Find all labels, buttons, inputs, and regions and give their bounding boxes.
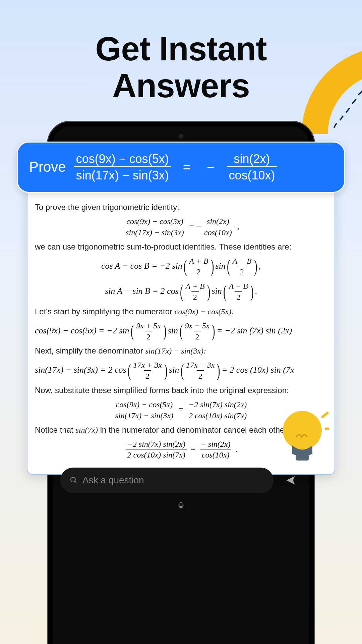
identity-1: cos A − cos B = −2 sin (A + B2) sin (A −… <box>35 256 327 277</box>
svg-line-7 <box>340 116 343 120</box>
identity-2: sin A − sin B = 2 cos (A + B2) sin (A − … <box>35 281 327 302</box>
svg-point-11 <box>283 411 322 450</box>
answer-p1: To prove the given trigonometric identit… <box>35 203 327 212</box>
question-input[interactable]: Ask a question <box>60 468 274 493</box>
svg-line-5 <box>352 99 356 104</box>
svg-line-9 <box>322 413 327 417</box>
mic-button[interactable] <box>177 501 185 510</box>
answer-p5: Now, substitute these simplified forms b… <box>35 386 327 395</box>
hero-line2: Answers <box>112 67 250 104</box>
svg-line-6 <box>346 108 350 112</box>
input-placeholder: Ask a question <box>82 475 144 486</box>
step-1: cos(9x) − cos(5x) = −2 sin (9x + 5x2) si… <box>35 321 327 342</box>
lightbulb-icon <box>279 404 329 464</box>
svg-line-8 <box>334 123 337 128</box>
svg-line-14 <box>75 481 76 483</box>
svg-rect-12 <box>296 454 309 461</box>
send-icon <box>285 475 296 486</box>
search-icon <box>70 476 78 484</box>
mic-icon <box>177 501 185 510</box>
svg-line-4 <box>358 91 362 95</box>
protractor-icon <box>302 47 362 134</box>
answer-p3: Let's start by simplifying the numerator… <box>35 307 327 316</box>
svg-rect-15 <box>180 502 182 506</box>
svg-point-13 <box>71 477 75 482</box>
phone-camera-icon <box>179 134 183 139</box>
answer-p2: we can use trigonometric sum-to-product … <box>35 242 327 252</box>
input-bar: Ask a question <box>60 468 302 493</box>
hero-line1: Get Instant <box>95 30 266 67</box>
question-rhs-fraction: sin(2x) cos(10x) <box>227 152 277 182</box>
send-button[interactable] <box>280 469 302 491</box>
neg-sign: − <box>207 160 215 175</box>
step-2: sin(17x) − sin(3x) = 2 cos (17x + 3x2) s… <box>35 360 327 381</box>
answer-p4: Next, simplify the denominator sin(17x) … <box>35 346 327 356</box>
answer-eq1: cos(9x) − cos(5x)sin(17x) − sin(3x) = −s… <box>35 217 327 237</box>
equals-sign: = <box>183 160 191 175</box>
prove-label: Prove <box>29 159 66 175</box>
answer-card: To prove the given trigonometric identit… <box>27 188 335 475</box>
question-bubble: Prove cos(9x) − cos(5x) sin(17x) − sin(3… <box>17 142 345 193</box>
question-lhs-fraction: cos(9x) − cos(5x) sin(17x) − sin(3x) <box>74 152 171 182</box>
